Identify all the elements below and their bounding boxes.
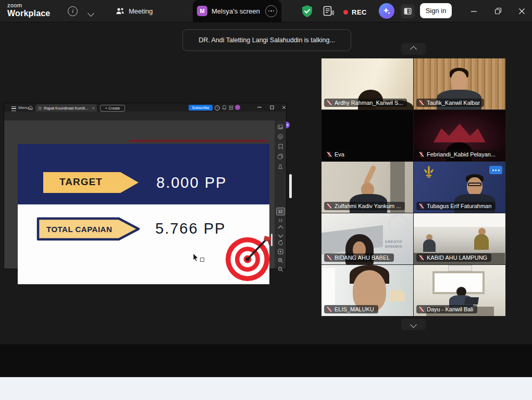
- participant-name: ELIS_MALUKU: [335, 306, 374, 312]
- zoom-workplace-logo: zoom Workplace: [7, 3, 50, 18]
- stamp-sign-icon[interactable]: [278, 164, 283, 169]
- participant-face: [451, 71, 467, 92]
- hamburger-menu-icon[interactable]: [11, 106, 16, 111]
- capaian-label: TOTAL CAPAIAN: [46, 225, 112, 234]
- document-tab[interactable]: Rapat Koordinasi Komit... ×: [35, 104, 97, 112]
- restore-button[interactable]: [488, 0, 509, 22]
- ai-companion-icon[interactable]: [379, 3, 394, 19]
- acrobat-avatar[interactable]: [235, 105, 240, 110]
- rec-dot-icon: [343, 10, 348, 15]
- info-icon[interactable]: i: [68, 6, 78, 16]
- mic-muted-icon: [418, 203, 425, 209]
- participant-tile[interactable]: Zulfahmi Kadiv Yankum ...: [321, 162, 413, 213]
- participant-name-tag: Tubagus Erif Faturahman: [416, 202, 496, 210]
- active-speaker-text: DR. Andi Taletting Langi Salahuddin is t…: [199, 37, 335, 44]
- background-text: KREATIF DINAMIS: [385, 239, 411, 249]
- home-icon[interactable]: [28, 105, 33, 110]
- encryption-shield-icon[interactable]: [301, 5, 313, 18]
- zoom-in-icon[interactable]: [278, 258, 283, 263]
- export-image-icon[interactable]: [278, 125, 283, 129]
- sign-in-button[interactable]: Sign in: [420, 3, 452, 18]
- target-label: TARGET: [59, 176, 103, 188]
- participant-name: BIDANG AHU BABEL: [335, 254, 390, 261]
- stage-scrollbar[interactable]: [289, 174, 292, 198]
- participant-tile[interactable]: ELIS_MALUKU: [321, 265, 413, 316]
- chevron-down-icon[interactable]: [89, 8, 93, 18]
- mic-muted-icon: [418, 254, 425, 261]
- participant-name-tag: Eva: [324, 150, 349, 159]
- minimize-button[interactable]: [463, 0, 484, 22]
- page-up-icon[interactable]: [278, 226, 283, 231]
- mic-muted-icon: [326, 254, 332, 261]
- fit-page-icon[interactable]: [278, 249, 283, 254]
- acrobat-restore-icon[interactable]: [270, 105, 274, 110]
- apps-grid-icon[interactable]: [229, 105, 233, 110]
- participant-name-tag: Taufik_Kanwil Kalbar: [416, 99, 484, 107]
- participant-name-tag: KABID AHU LAMPUNG BIDANG AHU BABEL: [324, 253, 394, 262]
- tile-more-button[interactable]: [489, 166, 502, 174]
- participant-tile[interactable]: KREATIF DINAMIS KABID AHU LAMPUNG BIDANG…: [321, 213, 413, 264]
- gallery-scroll-up-button[interactable]: [401, 43, 426, 55]
- page-down-icon[interactable]: [278, 233, 283, 238]
- tab-more-icon[interactable]: [265, 5, 277, 17]
- participant-tile[interactable]: Dayu - Kanwil Bali: [414, 265, 505, 316]
- chevron-up-icon: [410, 46, 417, 53]
- acrobat-minimize-icon[interactable]: [257, 107, 262, 108]
- participant-tile[interactable]: Ardhy Rahman_Kanwil S...: [321, 58, 413, 110]
- target-value: 8.000 PP: [156, 174, 227, 191]
- mic-muted-icon: [326, 151, 332, 157]
- slide-bottom-section: TOTAL CAPAIAN 5.766 PP: [18, 204, 269, 284]
- help-icon[interactable]: ?: [215, 105, 220, 111]
- participant-name: KABID AHU LAMPUNG: [427, 254, 487, 261]
- participant-name-tag: Ardhy Rahman_Kanwil S...: [324, 99, 407, 107]
- chevron-down-icon: [410, 321, 417, 328]
- copy-pages-icon[interactable]: [278, 154, 283, 159]
- refresh-icon[interactable]: [278, 240, 283, 246]
- participant-name: Taufik_Kanwil Kalbar: [427, 100, 480, 106]
- subscribe-button[interactable]: Subscribe: [189, 105, 213, 111]
- bell-icon[interactable]: [222, 105, 227, 110]
- acrobat-menu-label[interactable]: Menu: [18, 105, 29, 110]
- mic-muted-icon: [418, 100, 425, 106]
- participant-name-tag: Zulfahmi Kadiv Yankum ...: [324, 202, 405, 210]
- brand-zoom: zoom: [7, 3, 50, 8]
- laptop: [464, 297, 479, 305]
- participant-face: [467, 177, 482, 196]
- participant-tile[interactable]: Eva: [321, 110, 413, 161]
- participant-name: Dayu - Kanwil Bali: [427, 306, 473, 312]
- avatar: M: [197, 6, 207, 16]
- acrobat-close-icon[interactable]: [282, 105, 286, 110]
- shared-screen-acrobat: Menu Rapat Koordinasi Komit... × + Creat…: [4, 103, 286, 269]
- attachment-icon[interactable]: [278, 134, 283, 139]
- participant-tile[interactable]: Taufik_Kanwil Kalbar: [414, 58, 505, 110]
- tab-meeting-label: Meeting: [129, 7, 153, 15]
- zoom-out-icon[interactable]: [278, 266, 283, 272]
- glasses: [468, 183, 481, 186]
- pdf-scrollbar[interactable]: [271, 234, 273, 246]
- close-button[interactable]: [511, 0, 532, 22]
- current-page-thumbnail[interactable]: 12: [276, 208, 285, 215]
- tab-screen-label: Melsya's screen: [212, 7, 261, 15]
- rec-label: REC: [352, 8, 367, 16]
- captions-icon[interactable]: [323, 6, 334, 16]
- participant-tile[interactable]: KABID AHU LAMPUNG: [414, 213, 505, 264]
- view-layout-icon[interactable]: [401, 4, 415, 18]
- create-button[interactable]: + Create: [100, 105, 125, 112]
- participant-tile[interactable]: Tubagus Erif Faturahman: [414, 162, 505, 213]
- mic-muted-icon: [326, 100, 332, 106]
- participant-name: Zulfahmi Kadiv Yankum ...: [335, 203, 401, 209]
- acrobat-titlebar: Menu Rapat Koordinasi Komit... × + Creat…: [4, 103, 286, 112]
- next-page-thumbnail[interactable]: 13: [278, 219, 282, 222]
- tab-melsya-screen[interactable]: M Melsya's screen: [193, 0, 281, 22]
- gallery-scroll-down-button[interactable]: [401, 319, 426, 330]
- mic-muted-icon: [418, 151, 425, 157]
- participant-name-tag: Dayu - Kanwil Bali: [416, 305, 477, 313]
- participant-tile[interactable]: Febriandi_Kabid Pelayan...: [414, 110, 505, 161]
- rec-indicator[interactable]: REC: [343, 8, 367, 16]
- document-tab-close-icon[interactable]: ×: [92, 106, 94, 110]
- bookmark-icon[interactable]: [278, 144, 283, 149]
- capaian-value: 5.766 PP: [155, 220, 226, 237]
- participant-name-tag: KABID AHU LAMPUNG: [416, 253, 491, 262]
- tab-meeting[interactable]: Meeting: [110, 0, 158, 22]
- acrobat-toolbar: All tools Edit Convert E-Sign Find text …: [4, 112, 286, 121]
